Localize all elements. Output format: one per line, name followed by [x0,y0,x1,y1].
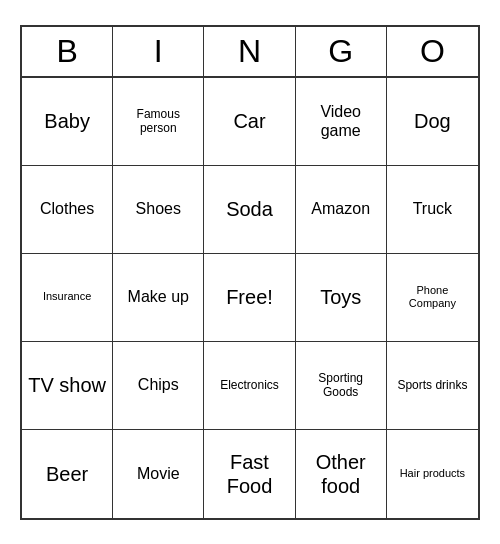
cell-text: Truck [413,199,452,218]
cell-text: Clothes [40,199,94,218]
header-letter: I [113,27,204,76]
cell-text: Chips [138,375,179,394]
bingo-cell: Beer [22,430,113,518]
bingo-cell: Hair products [387,430,478,518]
cell-text: Car [233,109,265,133]
bingo-cell: Phone Company [387,254,478,342]
bingo-card: BINGO BabyFamous personCarVideo gameDogC… [20,25,480,520]
cell-text: Sporting Goods [302,371,380,400]
bingo-grid: BabyFamous personCarVideo gameDogClothes… [22,78,478,518]
cell-text: Phone Company [393,284,472,310]
bingo-cell: Other food [296,430,387,518]
bingo-cell: Make up [113,254,204,342]
header-letter: B [22,27,113,76]
cell-text: Beer [46,462,88,486]
bingo-cell: Insurance [22,254,113,342]
cell-text: Famous person [119,107,197,136]
bingo-cell: Truck [387,166,478,254]
cell-text: TV show [28,373,106,397]
header-letter: G [296,27,387,76]
bingo-cell: Chips [113,342,204,430]
bingo-cell: Sports drinks [387,342,478,430]
cell-text: Baby [44,109,90,133]
bingo-cell: Car [204,78,295,166]
bingo-cell: Fast Food [204,430,295,518]
bingo-cell: Shoes [113,166,204,254]
bingo-cell: Movie [113,430,204,518]
bingo-cell: Soda [204,166,295,254]
bingo-cell: Famous person [113,78,204,166]
cell-text: Hair products [400,467,465,480]
cell-text: Free! [226,285,273,309]
cell-text: Soda [226,197,273,221]
header-letter: N [204,27,295,76]
header-letter: O [387,27,478,76]
cell-text: Shoes [136,199,181,218]
cell-text: Dog [414,109,451,133]
bingo-cell: Sporting Goods [296,342,387,430]
cell-text: Fast Food [210,450,288,498]
cell-text: Electronics [220,378,279,392]
bingo-cell: TV show [22,342,113,430]
cell-text: Insurance [43,290,91,303]
bingo-cell: Electronics [204,342,295,430]
bingo-cell: Dog [387,78,478,166]
bingo-cell: Amazon [296,166,387,254]
bingo-cell: Clothes [22,166,113,254]
bingo-cell: Baby [22,78,113,166]
cell-text: Toys [320,285,361,309]
bingo-header: BINGO [22,27,478,78]
cell-text: Amazon [311,199,370,218]
cell-text: Movie [137,464,180,483]
cell-text: Make up [128,287,189,306]
bingo-cell: Free! [204,254,295,342]
bingo-cell: Video game [296,78,387,166]
cell-text: Sports drinks [397,378,467,392]
cell-text: Other food [302,450,380,498]
cell-text: Video game [302,102,380,140]
bingo-cell: Toys [296,254,387,342]
